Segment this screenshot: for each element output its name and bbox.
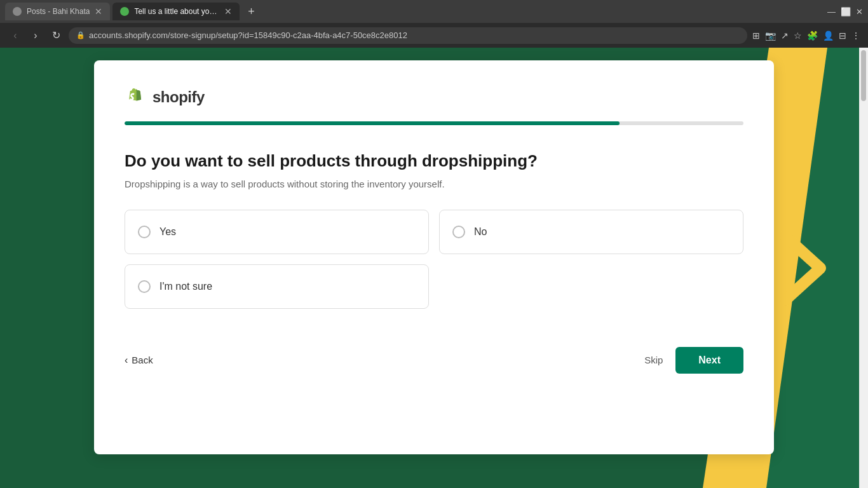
screenshot-icon[interactable]: 📷: [765, 30, 776, 41]
option-yes-label: Yes: [159, 226, 176, 238]
option-not-sure[interactable]: I'm not sure: [125, 264, 429, 309]
main-area: shopify Do you want to sell products thr…: [0, 48, 868, 488]
question-subtitle: Dropshipping is a way to sell products w…: [125, 179, 743, 189]
new-tab-button[interactable]: +: [242, 3, 260, 20]
profile-icon[interactable]: 👤: [823, 30, 834, 41]
option-no-radio: [452, 226, 465, 238]
extension-icon[interactable]: 🧩: [807, 30, 818, 41]
signup-card: shopify Do you want to sell products thr…: [94, 60, 774, 454]
scrollbar[interactable]: [859, 48, 868, 488]
option-not-sure-label: I'm not sure: [159, 281, 212, 292]
reload-button[interactable]: ↻: [48, 29, 64, 41]
share-icon[interactable]: ↗: [781, 30, 789, 41]
tab2-favicon: [120, 7, 129, 16]
progress-bar-fill: [125, 121, 620, 125]
url-bar[interactable]: 🔒 accounts.shopify.com/store-signup/setu…: [69, 27, 747, 44]
next-button[interactable]: Next: [675, 347, 743, 374]
close-window-icon[interactable]: ✕: [856, 7, 863, 17]
question-title: Do you want to sell products through dro…: [125, 151, 743, 172]
chevron-decoration: [779, 230, 830, 306]
tab1-close-icon[interactable]: ✕: [95, 6, 102, 17]
shopify-logo-text: shopify: [153, 88, 205, 106]
tab2-close-icon[interactable]: ✕: [224, 6, 232, 17]
progress-bar: [125, 121, 743, 125]
tab1-favicon: [13, 7, 22, 16]
back-button-label: Back: [132, 355, 153, 365]
maximize-icon[interactable]: ⬜: [841, 7, 851, 17]
scrollbar-thumb: [861, 50, 866, 101]
card-footer: ‹ Back Skip Next: [125, 347, 743, 374]
next-button-label: Next: [698, 355, 721, 365]
translate-icon[interactable]: ⊞: [752, 30, 760, 41]
tab1-label: Posts - Bahi Khata: [27, 7, 90, 16]
url-text: accounts.shopify.com/store-signup/setup?…: [89, 30, 407, 40]
tab2-label: Tell us a little about yourself — S: [134, 7, 219, 16]
minimize-icon[interactable]: —: [827, 7, 836, 17]
shopify-logo: shopify: [125, 86, 743, 109]
forward-nav-button[interactable]: ›: [28, 30, 43, 41]
tab-posts-bahi-khata[interactable]: Posts - Bahi Khata ✕: [5, 3, 110, 20]
back-button[interactable]: ‹ Back: [125, 355, 153, 366]
bookmark-icon[interactable]: ☆: [794, 30, 802, 41]
sidebar-icon[interactable]: ⊟: [839, 30, 846, 41]
back-chevron-icon: ‹: [125, 355, 128, 366]
options-grid: Yes No: [125, 210, 743, 254]
option-no[interactable]: No: [439, 210, 743, 254]
footer-right: Skip Next: [644, 347, 743, 374]
back-nav-button[interactable]: ‹: [8, 30, 23, 41]
tab-bar: Posts - Bahi Khata ✕ Tell us a little ab…: [0, 0, 868, 23]
lock-icon: 🔒: [76, 31, 85, 39]
skip-button[interactable]: Skip: [644, 355, 663, 365]
option-no-label: No: [474, 226, 487, 238]
menu-icon[interactable]: ⋮: [851, 30, 860, 41]
option-yes-radio: [138, 226, 151, 238]
browser-chrome: Posts - Bahi Khata ✕ Tell us a little ab…: [0, 0, 868, 48]
option-not-sure-radio: [138, 280, 151, 293]
tab-shopify-setup[interactable]: Tell us a little about yourself — S ✕: [112, 3, 240, 20]
address-bar: ‹ › ↻ 🔒 accounts.shopify.com/store-signu…: [0, 23, 868, 48]
shopify-logo-icon: [125, 86, 147, 109]
new-tab-icon: +: [248, 5, 255, 18]
skip-button-label: Skip: [644, 355, 663, 365]
window-controls: — ⬜ ✕: [827, 7, 863, 17]
address-bar-actions: ⊞ 📷 ↗ ☆ 🧩 👤 ⊟ ⋮: [752, 30, 860, 41]
option-yes[interactable]: Yes: [125, 210, 429, 254]
